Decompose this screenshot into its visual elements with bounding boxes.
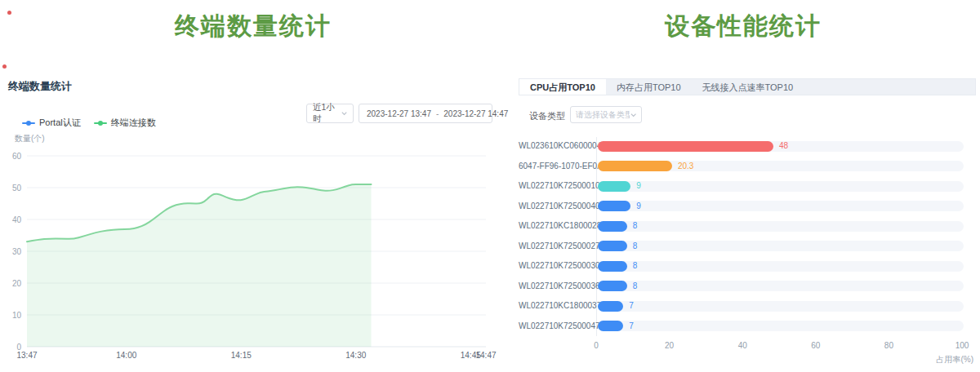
bar-category-label: WL022710KC18000280 bbox=[519, 218, 593, 234]
bar-fill bbox=[598, 241, 627, 251]
y-tick-label: 10 bbox=[12, 311, 22, 320]
y-tick-label: 20 bbox=[12, 279, 22, 288]
bar-row-9: WL022710K7250004707 bbox=[519, 318, 980, 334]
legend-item-1[interactable]: 终端连接数 bbox=[94, 117, 156, 129]
line-chart-legend: Portal认证终端连接数 bbox=[22, 117, 156, 129]
date-range-picker[interactable]: 2023-12-27 13:47 - 2023-12-27 14:47 bbox=[359, 104, 492, 123]
bar-category-label: WL022710K725000307 bbox=[519, 258, 593, 274]
device-performance-section-title: 设备性能统计 bbox=[506, 10, 980, 43]
bar-track bbox=[598, 181, 964, 192]
y-tick-label: 30 bbox=[12, 247, 22, 256]
legend-marker-icon bbox=[94, 120, 107, 126]
legend-item-0[interactable]: Portal认证 bbox=[22, 117, 81, 129]
bar-track bbox=[598, 221, 964, 232]
legend-label: 终端连接数 bbox=[111, 117, 156, 129]
bar-fill bbox=[598, 201, 630, 211]
y-tick-label: 40 bbox=[12, 215, 22, 224]
legend-label: Portal认证 bbox=[39, 117, 81, 129]
bar-category-label: 6047-FF96-1070-EF0A bbox=[519, 158, 593, 175]
bar-value-label: 7 bbox=[629, 318, 634, 334]
bar-track bbox=[598, 321, 964, 331]
x-tick-label: 14:30 bbox=[345, 351, 366, 360]
performance-tab-bar: CPU占用TOP10内存占用TOP10无线接入点速率TOP10 bbox=[519, 78, 976, 95]
date-range-start: 2023-12-27 13:47 bbox=[367, 109, 431, 118]
time-range-value: 近1小时 bbox=[313, 102, 341, 125]
chevron-down-icon bbox=[341, 109, 348, 117]
bar-x-tick-label: 20 bbox=[665, 341, 674, 350]
bar-fill bbox=[598, 321, 623, 331]
bar-value-label: 9 bbox=[636, 198, 641, 215]
bar-row-6: WL022710K7250003078 bbox=[519, 258, 980, 274]
bar-value-label: 7 bbox=[629, 298, 634, 314]
date-range-separator: - bbox=[434, 109, 440, 118]
bar-fill bbox=[598, 181, 630, 192]
chevron-down-icon bbox=[630, 111, 637, 119]
bar-value-label: 8 bbox=[633, 218, 638, 234]
bar-row-1: 6047-FF96-1070-EF0A20.3 bbox=[519, 158, 980, 175]
device-type-label: 设备类型 bbox=[529, 110, 565, 122]
dashboard: 终端数量统计 设备性能统计 终端数量统计 近1小时 2023-12-27 13:… bbox=[0, 0, 980, 372]
device-type-select[interactable]: 请选择设备类型 bbox=[570, 106, 642, 123]
bar-row-8: WL022710KC180003727 bbox=[519, 298, 980, 314]
bar-x-tick-label: 60 bbox=[811, 341, 820, 350]
legend-dot bbox=[98, 121, 103, 126]
y-tick-label: 0 bbox=[16, 343, 21, 352]
y-axis-title: 数量(个) bbox=[14, 134, 45, 143]
bar-row-3: WL022710K7250004099 bbox=[519, 198, 980, 215]
bar-category-label: WL022710KC18000372 bbox=[519, 298, 593, 314]
bar-row-5: WL022710K7250002728 bbox=[519, 238, 980, 255]
bar-row-4: WL022710KC180002808 bbox=[519, 218, 980, 234]
bar-category-label: WL023610KC06000043 bbox=[519, 138, 593, 154]
bar-value-label: 48 bbox=[779, 138, 788, 154]
bar-value-label: 9 bbox=[636, 178, 641, 194]
date-range-end: 2023-12-27 14:47 bbox=[443, 109, 508, 118]
bar-category-label: WL022710K725000409 bbox=[519, 198, 593, 215]
bar-x-tick-label: 40 bbox=[738, 341, 747, 350]
x-tick-label: 13:47 bbox=[16, 351, 37, 360]
bar-track bbox=[598, 301, 964, 312]
bar-track bbox=[598, 261, 964, 272]
series-area bbox=[27, 184, 372, 347]
x-tick-label: 14:15 bbox=[231, 351, 252, 360]
cpu-top10-bar-chart: WL023610KC06000043486047-FF96-1070-EF0A2… bbox=[519, 131, 980, 372]
bar-fill bbox=[598, 221, 627, 232]
x-tick-label: 14:00 bbox=[116, 351, 136, 360]
bar-fill bbox=[598, 141, 773, 152]
bar-x-axis-title: 占用率(%) bbox=[936, 354, 973, 365]
terminal-count-section-title: 终端数量统计 bbox=[0, 10, 506, 43]
bar-category-label: WL022710K725000272 bbox=[519, 238, 593, 255]
time-range-select[interactable]: 近1小时 bbox=[306, 104, 354, 123]
x-tick-label: 14:47 bbox=[475, 351, 496, 360]
bar-value-label: 20.3 bbox=[678, 158, 693, 175]
terminal-count-line-chart: 0102030405060数量(个)13:4714:0014:1514:3014… bbox=[0, 131, 506, 372]
bar-track bbox=[598, 241, 964, 251]
bar-track bbox=[598, 201, 964, 211]
bar-value-label: 8 bbox=[633, 278, 638, 294]
legend-dot bbox=[26, 121, 31, 126]
bar-row-7: WL022710K7250003698 bbox=[519, 278, 980, 294]
y-tick-label: 60 bbox=[12, 152, 22, 161]
bar-x-tick-label: 100 bbox=[956, 341, 969, 350]
bar-track bbox=[598, 281, 964, 291]
bar-value-label: 8 bbox=[633, 238, 638, 255]
tab-2[interactable]: 无线接入点速率TOP10 bbox=[692, 79, 804, 95]
tab-1[interactable]: 内存占用TOP10 bbox=[606, 79, 692, 95]
red-dot bbox=[2, 64, 7, 69]
bar-x-tick-label: 0 bbox=[594, 341, 599, 350]
bar-category-label: WL022710K725000470 bbox=[519, 318, 593, 334]
bar-row-2: WL022710K7250001029 bbox=[519, 178, 980, 194]
device-type-placeholder: 请选择设备类型 bbox=[576, 109, 630, 121]
bar-value-label: 8 bbox=[633, 258, 638, 274]
bar-x-tick-label: 80 bbox=[884, 341, 893, 350]
legend-marker-icon bbox=[22, 120, 35, 126]
bar-track bbox=[598, 161, 964, 171]
terminal-count-panel-title: 终端数量统计 bbox=[8, 79, 72, 94]
tab-0-active[interactable]: CPU占用TOP10 bbox=[519, 79, 606, 95]
y-tick-label: 50 bbox=[12, 184, 22, 193]
bar-fill bbox=[598, 261, 627, 272]
bar-row-0: WL023610KC0600004348 bbox=[519, 138, 980, 154]
bar-category-label: WL022710K725000102 bbox=[519, 178, 593, 194]
bar-category-label: WL022710K725000369 bbox=[519, 278, 593, 294]
bar-fill bbox=[598, 161, 672, 171]
bar-fill bbox=[598, 281, 627, 291]
